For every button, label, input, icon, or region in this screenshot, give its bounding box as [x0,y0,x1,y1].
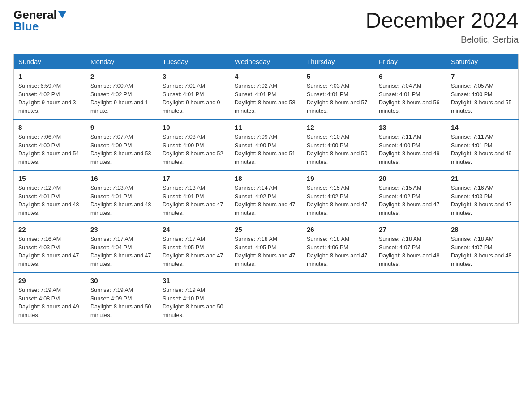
day-number: 1 [18,73,81,80]
day-info: Sunrise: 7:01 AM Sunset: 4:01 PM Dayligh… [163,82,225,116]
table-row: 13 Sunrise: 7:11 AM Sunset: 4:00 PM Dayl… [374,120,446,171]
day-info: Sunrise: 7:18 AM Sunset: 4:07 PM Dayligh… [451,235,514,269]
day-info: Sunrise: 7:16 AM Sunset: 4:03 PM Dayligh… [18,235,81,269]
table-row: 23 Sunrise: 7:17 AM Sunset: 4:04 PM Dayl… [86,222,158,273]
table-row: 18 Sunrise: 7:14 AM Sunset: 4:02 PM Dayl… [230,171,302,222]
day-info: Sunrise: 7:12 AM Sunset: 4:01 PM Dayligh… [18,184,81,218]
day-info: Sunrise: 7:19 AM Sunset: 4:08 PM Dayligh… [18,286,81,320]
day-info: Sunrise: 7:19 AM Sunset: 4:09 PM Dayligh… [90,286,153,320]
day-info: Sunrise: 7:18 AM Sunset: 4:06 PM Dayligh… [307,235,369,269]
header-friday: Friday [374,54,446,69]
day-number: 21 [451,175,514,182]
table-row: 6 Sunrise: 7:04 AM Sunset: 4:01 PM Dayli… [374,69,446,120]
logo-triangle-icon [58,11,66,18]
day-number: 17 [163,175,225,182]
table-row [374,273,446,324]
day-number: 24 [163,226,225,233]
day-info: Sunrise: 7:03 AM Sunset: 4:01 PM Dayligh… [307,82,369,116]
table-row: 8 Sunrise: 7:06 AM Sunset: 4:00 PM Dayli… [14,120,86,171]
day-info: Sunrise: 7:18 AM Sunset: 4:05 PM Dayligh… [235,235,297,269]
day-number: 5 [307,73,369,80]
table-row: 5 Sunrise: 7:03 AM Sunset: 4:01 PM Dayli… [302,69,374,120]
day-number: 27 [379,226,442,233]
day-info: Sunrise: 7:04 AM Sunset: 4:01 PM Dayligh… [379,82,442,116]
calendar-week-2: 8 Sunrise: 7:06 AM Sunset: 4:00 PM Dayli… [14,120,519,171]
day-number: 14 [451,124,514,131]
day-info: Sunrise: 7:10 AM Sunset: 4:00 PM Dayligh… [307,133,369,167]
calendar-subtitle: Belotic, Serbia [365,34,519,45]
table-row: 28 Sunrise: 7:18 AM Sunset: 4:07 PM Dayl… [446,222,519,273]
day-number: 8 [18,124,81,131]
day-info: Sunrise: 7:05 AM Sunset: 4:00 PM Dayligh… [451,82,514,116]
header-tuesday: Tuesday [158,54,230,69]
table-row: 24 Sunrise: 7:17 AM Sunset: 4:05 PM Dayl… [158,222,230,273]
day-number: 29 [18,277,81,284]
table-row: 4 Sunrise: 7:02 AM Sunset: 4:01 PM Dayli… [230,69,302,120]
day-info: Sunrise: 7:17 AM Sunset: 4:04 PM Dayligh… [90,235,153,269]
calendar-title: December 2024 [365,9,519,33]
day-number: 20 [379,175,442,182]
table-row [230,273,302,324]
table-row: 3 Sunrise: 7:01 AM Sunset: 4:01 PM Dayli… [158,69,230,120]
header-wednesday: Wednesday [230,54,302,69]
day-number: 4 [235,73,297,80]
day-number: 25 [235,226,297,233]
table-row: 25 Sunrise: 7:18 AM Sunset: 4:05 PM Dayl… [230,222,302,273]
day-number: 16 [90,175,153,182]
calendar-week-5: 29 Sunrise: 7:19 AM Sunset: 4:08 PM Dayl… [14,273,519,324]
day-number: 15 [18,175,81,182]
day-info: Sunrise: 7:13 AM Sunset: 4:01 PM Dayligh… [163,184,225,218]
table-row: 26 Sunrise: 7:18 AM Sunset: 4:06 PM Dayl… [302,222,374,273]
day-info: Sunrise: 7:11 AM Sunset: 4:01 PM Dayligh… [451,133,514,167]
day-info: Sunrise: 7:18 AM Sunset: 4:07 PM Dayligh… [379,235,442,269]
table-row: 22 Sunrise: 7:16 AM Sunset: 4:03 PM Dayl… [14,222,86,273]
title-section: December 2024 Belotic, Serbia [365,9,519,45]
table-row: 14 Sunrise: 7:11 AM Sunset: 4:01 PM Dayl… [446,120,519,171]
table-row: 12 Sunrise: 7:10 AM Sunset: 4:00 PM Dayl… [302,120,374,171]
table-row: 19 Sunrise: 7:15 AM Sunset: 4:02 PM Dayl… [302,171,374,222]
header-monday: Monday [86,54,158,69]
day-number: 28 [451,226,514,233]
day-number: 18 [235,175,297,182]
calendar-week-3: 15 Sunrise: 7:12 AM Sunset: 4:01 PM Dayl… [14,171,519,222]
page-header: General Blue December 2024 Belotic, Serb… [13,9,519,45]
logo-blue: Blue [13,21,66,32]
table-row: 29 Sunrise: 7:19 AM Sunset: 4:08 PM Dayl… [14,273,86,324]
table-row: 17 Sunrise: 7:13 AM Sunset: 4:01 PM Dayl… [158,171,230,222]
calendar-week-1: 1 Sunrise: 6:59 AM Sunset: 4:02 PM Dayli… [14,69,519,120]
calendar-header-row: Sunday Monday Tuesday Wednesday Thursday… [14,54,519,69]
day-number: 26 [307,226,369,233]
day-number: 12 [307,124,369,131]
table-row: 7 Sunrise: 7:05 AM Sunset: 4:00 PM Dayli… [446,69,519,120]
day-info: Sunrise: 7:09 AM Sunset: 4:00 PM Dayligh… [235,133,297,167]
table-row: 27 Sunrise: 7:18 AM Sunset: 4:07 PM Dayl… [374,222,446,273]
day-number: 10 [163,124,225,131]
table-row: 31 Sunrise: 7:19 AM Sunset: 4:10 PM Dayl… [158,273,230,324]
day-number: 3 [163,73,225,80]
day-info: Sunrise: 7:00 AM Sunset: 4:02 PM Dayligh… [90,82,153,116]
day-number: 7 [451,73,514,80]
day-info: Sunrise: 7:14 AM Sunset: 4:02 PM Dayligh… [235,184,297,218]
day-info: Sunrise: 7:13 AM Sunset: 4:01 PM Dayligh… [90,184,153,218]
calendar-table: Sunday Monday Tuesday Wednesday Thursday… [13,54,519,324]
day-number: 22 [18,226,81,233]
table-row: 9 Sunrise: 7:07 AM Sunset: 4:00 PM Dayli… [86,120,158,171]
day-info: Sunrise: 7:17 AM Sunset: 4:05 PM Dayligh… [163,235,225,269]
table-row [302,273,374,324]
day-number: 31 [163,277,225,284]
day-info: Sunrise: 7:16 AM Sunset: 4:03 PM Dayligh… [451,184,514,218]
day-number: 19 [307,175,369,182]
day-number: 23 [90,226,153,233]
day-number: 9 [90,124,153,131]
table-row: 15 Sunrise: 7:12 AM Sunset: 4:01 PM Dayl… [14,171,86,222]
day-info: Sunrise: 7:08 AM Sunset: 4:00 PM Dayligh… [163,133,225,167]
table-row: 2 Sunrise: 7:00 AM Sunset: 4:02 PM Dayli… [86,69,158,120]
day-number: 30 [90,277,153,284]
day-number: 2 [90,73,153,80]
day-info: Sunrise: 7:19 AM Sunset: 4:10 PM Dayligh… [163,286,225,320]
logo-general: General [13,9,66,21]
day-number: 11 [235,124,297,131]
day-info: Sunrise: 6:59 AM Sunset: 4:02 PM Dayligh… [18,82,81,116]
table-row: 11 Sunrise: 7:09 AM Sunset: 4:00 PM Dayl… [230,120,302,171]
day-number: 13 [379,124,442,131]
